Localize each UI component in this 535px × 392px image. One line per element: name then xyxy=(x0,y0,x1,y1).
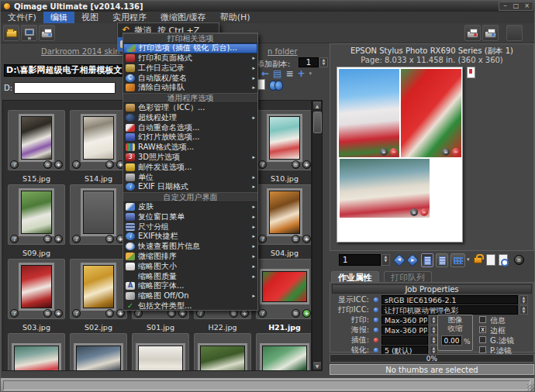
skin-link[interactable]: Darkroom 2014 skin... xyxy=(41,47,127,56)
page-preview[interactable] xyxy=(337,67,463,242)
print-button[interactable] xyxy=(39,25,55,41)
thumbnail[interactable] xyxy=(194,333,251,371)
submenu-item-thumb-toggle[interactable]: 缩略图 Off/On xyxy=(123,291,257,301)
submenu-item-exif-bar[interactable]: i EXIF快捷栏 xyxy=(123,232,257,242)
thumb-add-icon[interactable] xyxy=(302,235,311,243)
submenu-item-clear-queue[interactable]: 清除自动排队 xyxy=(123,83,257,93)
search-binoculars-icon[interactable] xyxy=(269,81,283,89)
add-copies-spinner[interactable]: ▲▼ xyxy=(319,57,328,67)
photo-remove-icon[interactable] xyxy=(390,148,398,156)
new-page-icon[interactable] xyxy=(486,254,495,266)
thumb-menu-icon[interactable] xyxy=(292,235,300,243)
photo-remove-icon[interactable] xyxy=(420,208,428,216)
info-icon[interactable] xyxy=(10,309,19,318)
landscape-page-button[interactable] xyxy=(436,253,448,267)
resize-grip[interactable] xyxy=(527,384,535,392)
placed-photo[interactable] xyxy=(340,159,430,218)
tab-print-queue[interactable]: 打印队列 xyxy=(384,271,432,283)
thumb-menu-icon[interactable] xyxy=(105,235,114,243)
thumb-menu-icon[interactable] xyxy=(292,160,300,169)
info-icon[interactable] xyxy=(10,160,19,169)
menu-utilities[interactable]: 实用程序 xyxy=(105,12,154,23)
submenu-item-job-log[interactable]: 工作日志记录 xyxy=(123,63,257,73)
page-options-icon[interactable] xyxy=(514,255,524,265)
submenu-item-print-options[interactable]: 打印选项 (插值 锐化 后台)... xyxy=(123,43,257,53)
info-icon[interactable] xyxy=(10,235,19,243)
minimize-button[interactable]: – xyxy=(500,2,510,10)
submenu-item-size-group[interactable]: 尺寸分组 xyxy=(123,222,257,232)
submenu-item-quick-view[interactable]: 快速查看图片信息 xyxy=(123,242,257,252)
submenu-item-color-management[interactable]: 色彩管理（ICC）... xyxy=(123,103,257,113)
page-number-field[interactable]: 1 xyxy=(339,254,381,266)
submenu-item-raw-format[interactable]: RAW格式选项... xyxy=(123,143,257,153)
photo-menu-icon[interactable] xyxy=(380,148,388,156)
submenu-item-exif-date[interactable]: i EXIF 日期格式 xyxy=(123,182,257,192)
info-icon[interactable] xyxy=(72,160,81,169)
submenu-item-auto-copyright[interactable]: © 自动版权/签名 xyxy=(123,73,257,83)
info-icon[interactable] xyxy=(258,160,267,169)
thumb-menu-icon[interactable] xyxy=(105,160,114,169)
info-checkbox[interactable] xyxy=(479,316,486,323)
thumb-add-icon[interactable] xyxy=(54,160,63,169)
display-icc-select[interactable]: sRGB IEC61966-2.1 xyxy=(381,295,518,304)
open-folder-button[interactable] xyxy=(3,25,19,41)
menu-view[interactable]: 视图 xyxy=(74,12,105,23)
thumbnail-scrollbar[interactable]: ▲ ▼ xyxy=(312,100,323,371)
submenu-item-thumb-size[interactable]: 缩略图大小 xyxy=(123,261,257,271)
thumb-add-icon[interactable] xyxy=(302,160,311,169)
print-ppi-select[interactable]: Max-360 PPI xyxy=(381,315,428,325)
shrink-value-field[interactable]: 0.00 xyxy=(441,335,462,346)
thumb-menu-icon[interactable] xyxy=(292,309,300,318)
add-icon[interactable]: + xyxy=(297,69,305,79)
info-icon[interactable] xyxy=(258,235,267,243)
printer-spool-button[interactable] xyxy=(482,25,499,41)
thumbnail[interactable]: S04.jpg xyxy=(256,184,312,245)
layout-grid-button[interactable] xyxy=(450,253,465,267)
maximize-button[interactable]: □ xyxy=(511,2,521,10)
submenu-item-mail[interactable]: 邮件发送选项... xyxy=(123,162,257,172)
page-zoom-icon[interactable] xyxy=(499,254,508,266)
thumb-add-icon[interactable] xyxy=(54,309,63,318)
menu-edit[interactable]: 编辑 xyxy=(43,12,74,23)
printer-setup-button[interactable] xyxy=(464,25,481,41)
printer-icc-spinner[interactable]: ▲▼ xyxy=(519,305,528,315)
submenu-item-print-page-format[interactable]: 打印和页面格式 xyxy=(123,53,257,64)
page-number-spinner[interactable]: ▲▼ xyxy=(381,254,390,266)
portrait-page-button[interactable] xyxy=(421,253,433,267)
photo-remove-icon[interactable] xyxy=(452,148,460,156)
thumbnail[interactable]: S15.jpg xyxy=(8,110,65,170)
poster-ppi-select[interactable]: Max-360 PPI xyxy=(381,325,428,335)
scrollbar-thumb[interactable] xyxy=(313,112,322,133)
submenu-item-thumb-sort[interactable]: 微缩图排序 xyxy=(123,252,257,262)
scroll-down-icon[interactable]: ▼ xyxy=(312,361,322,370)
menu-help[interactable]: 帮助(H) xyxy=(213,12,257,23)
submenu-item-thumb-font[interactable]: A 缩略图字体... xyxy=(123,281,257,291)
thumb-menu-icon[interactable] xyxy=(43,309,52,318)
monitor-button[interactable] xyxy=(21,25,37,41)
submenu-item-slideshow[interactable]: 幻灯片放映选项... xyxy=(123,132,257,143)
border-checkbox[interactable] xyxy=(479,326,486,333)
info-icon[interactable] xyxy=(72,235,81,243)
list-icon[interactable]: ≡ xyxy=(285,69,293,79)
photo-menu-icon[interactable] xyxy=(410,208,418,216)
submenu-item-units[interactable]: 单位 xyxy=(123,172,257,182)
thumb-menu-icon[interactable] xyxy=(43,235,52,243)
g-filter-checkbox[interactable] xyxy=(479,336,486,343)
submenu-item-file-types[interactable]: ✓ 包括文件类型... xyxy=(123,301,257,311)
submenu-item-3d-photo[interactable]: 3 3D照片选项 xyxy=(123,153,257,163)
submenu-item-hyperthreading[interactable]: 超线程处理 xyxy=(123,112,257,122)
thumb-menu-icon[interactable] xyxy=(43,160,52,169)
prev-page-icon[interactable] xyxy=(393,254,406,267)
submenu-item-skin[interactable]: 皮肤 xyxy=(123,202,257,212)
lock-icon[interactable] xyxy=(474,257,482,263)
info-icon[interactable] xyxy=(258,309,267,318)
thumbnail[interactable]: S02.jpg xyxy=(70,259,127,319)
next-page-icon[interactable] xyxy=(406,254,419,267)
thumbnail[interactable] xyxy=(70,184,127,245)
placed-photo[interactable] xyxy=(339,69,399,157)
thumb-menu-icon[interactable] xyxy=(105,309,114,318)
printer-icc-select[interactable]: 让打印机驱动管理色彩 xyxy=(381,305,518,315)
close-button[interactable]: × xyxy=(522,2,532,10)
add-copies-value[interactable]: 1 xyxy=(299,57,319,67)
submenu-item-thumb-quality[interactable]: 缩略图质量 xyxy=(123,271,257,281)
